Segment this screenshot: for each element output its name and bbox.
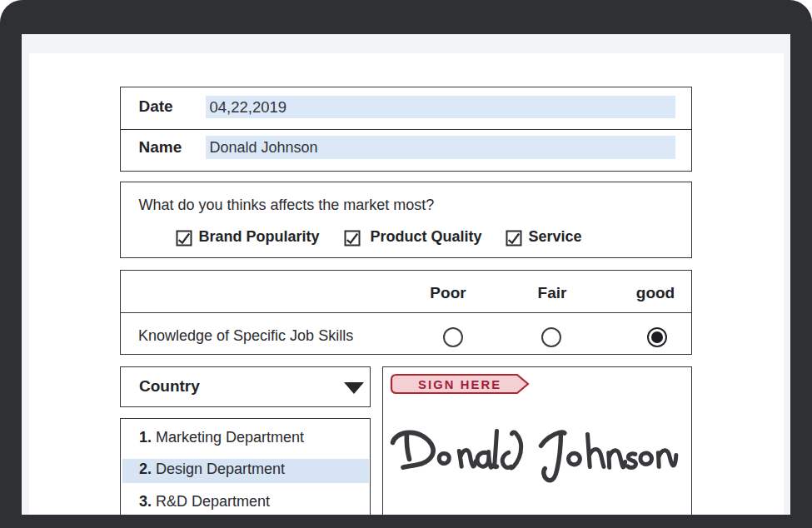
svg-text:SIGN HERE: SIGN HERE [418, 378, 501, 391]
